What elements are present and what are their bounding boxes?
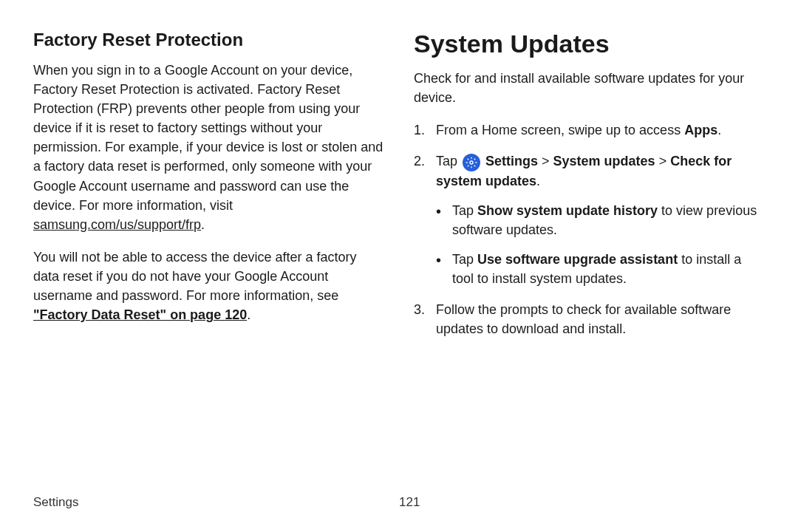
text: . (536, 174, 540, 188)
bullet-2: Tap Use software upgrade assistant to in… (436, 250, 765, 288)
text: Tap (436, 154, 461, 168)
sub-bullets: Tap Show system update history to view p… (436, 201, 765, 288)
text: From a Home screen, swipe up to access (436, 123, 684, 137)
text: . (201, 217, 205, 232)
system-updates-intro: Check for and install available software… (414, 69, 765, 107)
system-updates-label: System updates (553, 154, 655, 168)
text: > (538, 154, 553, 168)
text: . (247, 307, 250, 322)
step-3: Follow the prompts to check for availabl… (414, 300, 765, 338)
frp-paragraph-1: When you sign in to a Google Account on … (33, 61, 384, 234)
settings-gear-icon (463, 154, 480, 171)
page-footer: Settings 121 (33, 495, 765, 510)
bullet-1: Tap Show system update history to view p… (436, 201, 765, 239)
factory-data-reset-link[interactable]: "Factory Data Reset" on page 120 (33, 307, 247, 322)
text: . (717, 123, 721, 137)
footer-page-number: 121 (399, 495, 765, 510)
system-updates-heading: System Updates (414, 30, 765, 58)
text: Tap (452, 252, 477, 267)
footer-section-label: Settings (33, 495, 399, 510)
text: Tap (452, 203, 477, 218)
svg-point-0 (470, 161, 473, 164)
text: You will not be able to access the devic… (33, 250, 357, 303)
settings-label: Settings (482, 154, 538, 168)
right-column: System Updates Check for and install ava… (414, 30, 765, 350)
upgrade-assistant-label: Use software upgrade assistant (477, 252, 678, 267)
apps-label: Apps (684, 123, 717, 137)
steps-list: From a Home screen, swipe up to access A… (414, 120, 765, 338)
left-column: Factory Reset Protection When you sign i… (33, 30, 384, 350)
step-1: From a Home screen, swipe up to access A… (414, 120, 765, 140)
frp-paragraph-2: You will not be able to access the devic… (33, 248, 384, 324)
step-2: Tap Settings > System updates > Check fo… (414, 151, 765, 288)
frp-support-link[interactable]: samsung.com/us/support/frp (33, 217, 201, 232)
two-column-layout: Factory Reset Protection When you sign i… (33, 30, 765, 350)
text: > (655, 154, 671, 168)
show-history-label: Show system update history (477, 203, 658, 218)
text: When you sign in to a Google Account on … (33, 63, 383, 213)
frp-heading: Factory Reset Protection (33, 30, 384, 50)
